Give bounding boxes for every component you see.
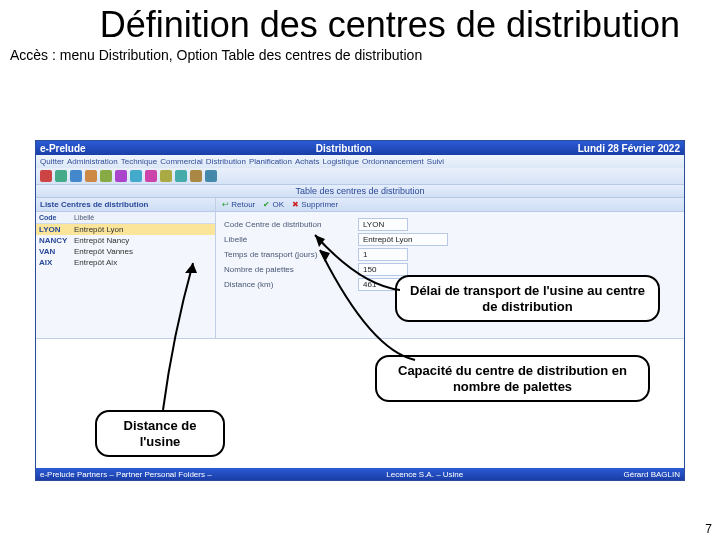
toolbar-icon-0[interactable] [40,170,52,182]
toolbar-icon-4[interactable] [100,170,112,182]
menu-logistique[interactable]: Logistique [322,157,358,166]
grid-header: Code Libellé [36,212,215,224]
table-row[interactable]: AIXEntrepôt Aix [36,257,215,268]
col-code: Code [36,212,71,223]
cell-code: LYON [36,224,71,235]
table-row[interactable]: VANEntrepôt Vannes [36,246,215,257]
toolbar-icon-1[interactable] [55,170,67,182]
slide-title: Définition des centres de distribution [0,0,720,45]
footer-left: e-Prelude Partners – Partner Personal Fo… [36,470,295,479]
toolbar-icon-11[interactable] [205,170,217,182]
access-prefix: Accès : menu [10,47,99,63]
menu-quitter[interactable]: Quitter [40,157,64,166]
toolbar-icon-2[interactable] [70,170,82,182]
app-titlebar: e-Prelude Distribution Lundi 28 Février … [36,141,684,155]
ok-button[interactable]: OK [263,200,284,209]
field-code[interactable]: LYON [358,218,408,231]
table-row[interactable]: LYONEntrepôt Lyon [36,224,215,235]
callout-delay: Délai de transport de l'usine au centre … [395,275,660,322]
cell-lib: Entrepôt Nancy [71,235,215,246]
delete-button[interactable]: Supprimer [292,200,338,209]
toolbar-icon-6[interactable] [130,170,142,182]
field-cap[interactable]: 150 [358,263,408,276]
app-footer: e-Prelude Partners – Partner Personal Fo… [36,468,684,480]
cell-code: NANCY [36,235,71,246]
grid-body: LYONEntrepôt LyonNANCYEntrepôt NancyVANE… [36,224,215,268]
menu-ordonnancement[interactable]: Ordonnancement [362,157,424,166]
cell-code: AIX [36,257,71,268]
toolbar-icon-3[interactable] [85,170,97,182]
app-module: Distribution [198,143,490,154]
menu-planification[interactable]: Planification [249,157,292,166]
cell-lib: Entrepôt Vannes [71,246,215,257]
footer-mid: Lecence S.A. – Usine [295,470,554,479]
toolbar-icon-10[interactable] [190,170,202,182]
app-date: Lundi 28 Février 2022 [490,143,684,154]
list-panel-header: Liste Centres de distribution [36,198,215,212]
table-row[interactable]: NANCYEntrepôt Nancy [36,235,215,246]
toolbar-icons [36,168,684,184]
cell-code: VAN [36,246,71,257]
menu-administration[interactable]: Administration [67,157,118,166]
label-dist: Distance (km) [224,280,354,289]
menu-achats[interactable]: Achats [295,157,319,166]
toolbar-icon-5[interactable] [115,170,127,182]
toolbar-icon-7[interactable] [145,170,157,182]
label-code: Code Centre de distribution [224,220,354,229]
cell-lib: Entrepôt Aix [71,257,215,268]
menubar: QuitterAdministrationTechniqueCommercial… [36,155,684,168]
list-panel: Liste Centres de distribution Code Libel… [36,198,216,338]
menu-technique[interactable]: Technique [121,157,157,166]
field-delay[interactable]: 1 [358,248,408,261]
field-lib[interactable]: Entrepôt Lyon [358,233,448,246]
label-lib: Libellé [224,235,354,244]
app-brand: e-Prelude [36,143,198,154]
return-button[interactable]: Retour [222,200,255,209]
access-path: Accès : menu Distribution, Option Table … [0,45,720,69]
col-lib: Libellé [71,212,215,223]
window-subtitle: Table des centres de distribution [36,184,684,198]
menu-distribution[interactable]: Distribution [206,157,246,166]
access-path-value: Distribution, Option Table des centres d… [99,47,422,63]
cell-lib: Entrepôt Lyon [71,224,215,235]
footer-right: Gérard BAGLIN [554,470,684,479]
menu-commercial[interactable]: Commercial [160,157,203,166]
toolbar-icon-8[interactable] [160,170,172,182]
menu-suivi[interactable]: Suivi [427,157,444,166]
label-cap: Nombre de palettes [224,265,354,274]
form-toolbar: Retour OK Supprimer [216,198,684,212]
page-number: 7 [705,522,712,536]
label-delay: Temps de transport (jours) [224,250,354,259]
callout-distance: Distance de l'usine [95,410,225,457]
toolbar-icon-9[interactable] [175,170,187,182]
callout-capacity: Capacité du centre de distribution en no… [375,355,650,402]
